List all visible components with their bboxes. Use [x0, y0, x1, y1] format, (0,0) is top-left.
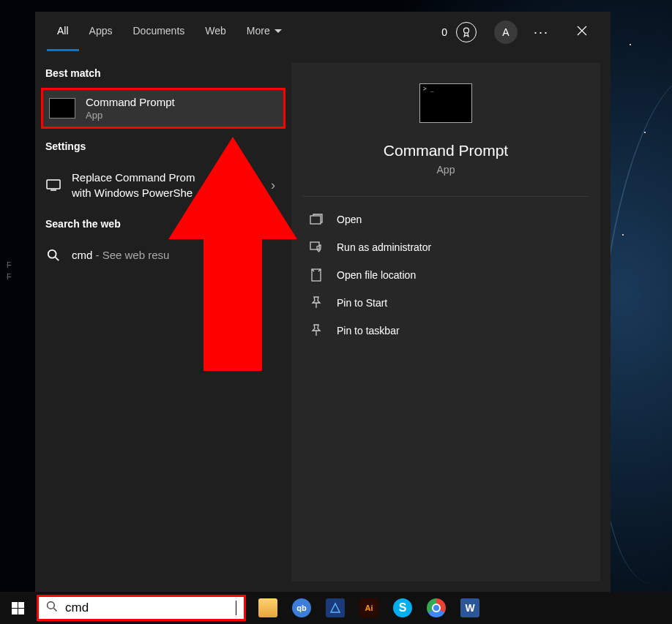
text-cursor — [236, 601, 236, 615]
action-run-admin[interactable]: Run as administrator — [291, 233, 600, 261]
section-search-web: Search the web — [35, 209, 291, 238]
svg-point-0 — [463, 28, 468, 33]
command-prompt-icon — [49, 98, 75, 119]
tab-apps[interactable]: Apps — [79, 13, 123, 51]
detail-pane: Command Prompt App Open Run as admi — [291, 53, 611, 592]
affinity-icon — [326, 598, 345, 617]
taskbar-app-word[interactable]: W — [454, 592, 486, 624]
search-icon — [46, 601, 58, 615]
search-icon — [45, 249, 61, 262]
more-options-button[interactable]: ··· — [523, 19, 559, 46]
best-match-subtitle: App — [86, 110, 175, 121]
desktop-fragment: F — [7, 260, 12, 269]
action-pin-taskbar-label: Pin to taskbar — [337, 325, 400, 337]
qbittorrent-icon: qb — [292, 598, 311, 617]
close-icon — [577, 26, 587, 36]
action-pin-start[interactable]: Pin to Start — [291, 289, 600, 317]
best-match-title: Command Prompt — [86, 96, 175, 108]
tab-web[interactable]: Web — [195, 13, 236, 51]
filter-tabs: All Apps Documents Web More — [47, 13, 441, 51]
action-open-label: Open — [337, 214, 362, 225]
detail-subtitle: App — [291, 164, 600, 196]
actions-list: Open Run as administrator Open file loca… — [291, 197, 600, 353]
results-list: Best match Command Prompt App Settings R… — [35, 53, 291, 592]
taskbar-app-qbittorrent[interactable]: qb — [285, 592, 318, 624]
chevron-right-icon: › — [265, 178, 281, 193]
tab-all[interactable]: All — [47, 13, 79, 51]
settings-result-item[interactable]: Replace Command Prom with Windows PowerS… — [35, 161, 291, 209]
svg-rect-1 — [47, 180, 60, 189]
svg-line-4 — [56, 257, 59, 260]
chevron-down-icon — [275, 29, 282, 33]
action-open-location-label: Open file location — [337, 269, 416, 281]
chrome-icon — [427, 598, 446, 617]
monitor-icon — [45, 179, 61, 191]
action-pin-taskbar[interactable]: Pin to taskbar — [291, 317, 600, 345]
svg-marker-11 — [331, 604, 340, 612]
desktop-fragment: F — [7, 272, 12, 281]
taskbar-app-skype[interactable]: S — [387, 592, 419, 624]
svg-point-9 — [48, 602, 55, 609]
pin-start-icon — [309, 296, 324, 309]
tab-documents[interactable]: Documents — [122, 13, 195, 51]
svg-point-3 — [48, 249, 56, 258]
panel-header: All Apps Documents Web More 0 A ··· — [35, 12, 611, 53]
web-result-item[interactable]: cmd - See web resu — [35, 238, 291, 271]
search-input[interactable] — [65, 601, 233, 615]
taskbar-app-chrome[interactable] — [420, 592, 452, 624]
user-avatar[interactable]: A — [494, 20, 518, 44]
web-result-text: cmd - See web resu — [72, 247, 281, 263]
rewards-icon[interactable] — [456, 22, 477, 42]
tab-more[interactable]: More — [236, 13, 292, 51]
folder-location-icon — [309, 268, 324, 282]
taskbar: qb Ai S W — [0, 592, 672, 624]
action-open-location[interactable]: Open file location — [291, 261, 600, 289]
taskbar-app-explorer[interactable] — [252, 592, 284, 624]
search-results-panel: All Apps Documents Web More 0 A ··· Best… — [35, 12, 611, 592]
header-actions: 0 A ··· — [441, 19, 605, 46]
action-pin-start-label: Pin to Start — [337, 297, 387, 309]
rewards-count: 0 — [441, 26, 447, 38]
taskbar-app-affinity[interactable] — [319, 592, 351, 624]
app-preview-icon — [419, 83, 472, 123]
open-icon — [309, 213, 324, 226]
illustrator-icon: Ai — [359, 598, 378, 617]
skype-icon: S — [393, 598, 412, 617]
settings-result-text: Replace Command Prom with Windows PowerS… — [72, 170, 255, 200]
word-icon: W — [460, 598, 479, 617]
svg-line-10 — [53, 608, 56, 611]
admin-shield-icon — [309, 241, 324, 254]
action-run-admin-label: Run as administrator — [337, 241, 431, 253]
section-settings: Settings — [35, 129, 291, 161]
pin-taskbar-icon — [309, 324, 324, 337]
svg-rect-5 — [310, 216, 321, 224]
tab-more-label: More — [247, 25, 270, 37]
detail-title: Command Prompt — [291, 142, 600, 159]
windows-logo-icon — [12, 602, 24, 614]
best-match-item[interactable]: Command Prompt App — [41, 88, 285, 129]
file-explorer-icon — [258, 598, 277, 617]
close-button[interactable] — [565, 20, 599, 45]
start-button[interactable] — [0, 592, 35, 624]
taskbar-app-illustrator[interactable]: Ai — [353, 592, 385, 624]
action-open[interactable]: Open — [291, 206, 600, 233]
section-best-match: Best match — [35, 61, 291, 88]
taskbar-search-box[interactable] — [37, 595, 246, 621]
